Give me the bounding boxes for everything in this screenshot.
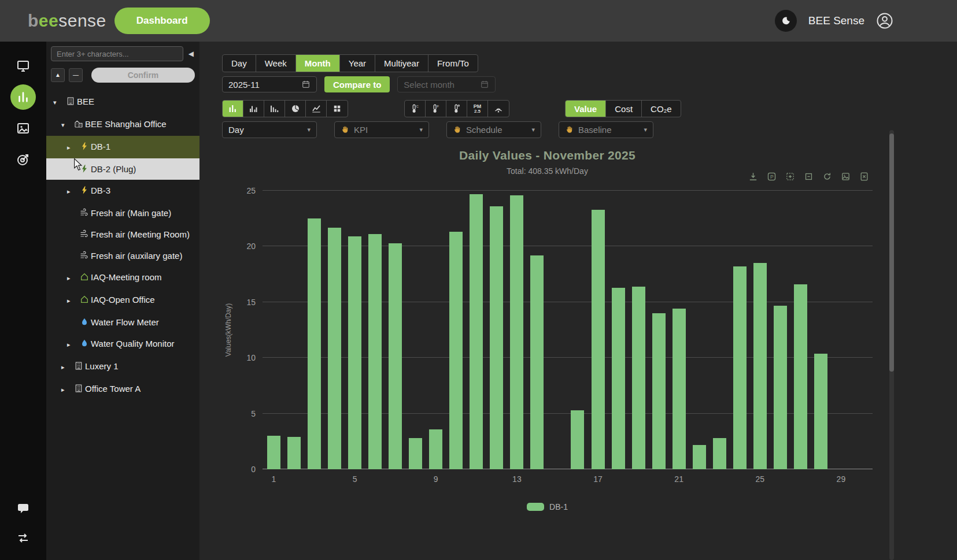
chart-type-grouped-bar-button[interactable]	[243, 101, 264, 117]
bar-day-26[interactable]	[774, 306, 787, 469]
tab-fromto[interactable]: From/To	[428, 55, 478, 72]
bar-day-27[interactable]	[794, 284, 807, 469]
bar-day-16[interactable]	[571, 410, 584, 469]
print-button[interactable]: P	[767, 172, 777, 181]
chevron-right-icon[interactable]: ▸	[67, 184, 77, 198]
rail-images-button[interactable]	[10, 116, 36, 141]
chevron-right-icon[interactable]: ▸	[61, 360, 72, 373]
thermometer-celsius-button[interactable]: C	[405, 101, 426, 117]
chart-legend[interactable]: DB-1	[222, 502, 873, 511]
tab-year[interactable]: Year	[340, 55, 375, 72]
bar-day-18[interactable]	[612, 288, 625, 469]
bar-day-24[interactable]	[733, 266, 747, 469]
tree-item-water-flow-meter[interactable]: Water Flow Meter	[46, 311, 199, 333]
rail-transfer-button[interactable]	[10, 525, 36, 551]
baseline-select[interactable]: Baseline ▾	[559, 121, 653, 138]
tree-item-iaq-meeting-room[interactable]: ▸IAQ-Meeting room	[46, 266, 199, 289]
bar-day-23[interactable]	[713, 438, 726, 469]
bar-day-14[interactable]	[530, 255, 544, 469]
bar-day-2[interactable]	[287, 437, 301, 469]
bar-day-6[interactable]	[368, 234, 382, 469]
reset-zoom-button[interactable]	[804, 172, 814, 181]
tree-item-bee[interactable]: ▾BEE	[46, 91, 199, 113]
chevron-right-icon[interactable]: ▸	[67, 271, 77, 284]
tree-item-fresh-air-main-gate[interactable]: Fresh air (Main gate)	[46, 202, 199, 224]
tree-item-fresh-air-meeting-room[interactable]: Fresh air (Meeting Room)	[46, 224, 199, 245]
tree-item-fresh-air-auxilary-gate[interactable]: Fresh air (auxilary gate)	[46, 245, 199, 266]
theme-toggle-button[interactable]	[775, 10, 797, 32]
chevron-right-icon[interactable]: ▸	[67, 140, 77, 154]
bar-day-19[interactable]	[632, 287, 645, 469]
tree-item-iaq-open-office[interactable]: ▸IAQ-Open Office	[46, 289, 199, 311]
tree-item-db-3[interactable]: ▸DB-3	[46, 180, 199, 202]
tab-month[interactable]: Month	[296, 55, 340, 72]
image-export-button[interactable]	[841, 172, 851, 181]
bar-day-12[interactable]	[490, 206, 503, 469]
bar-day-10[interactable]	[449, 232, 463, 469]
tree-collapse-all-button[interactable]: —	[69, 68, 83, 82]
zoom-selection-button[interactable]	[785, 172, 795, 181]
chart-type-heatmap-button[interactable]	[327, 101, 348, 117]
bar-day-7[interactable]	[389, 243, 402, 469]
thermometer-fahrenheit-button[interactable]: F	[426, 101, 446, 117]
thermometer-button[interactable]	[446, 101, 467, 117]
sidebar-collapse-button[interactable]: ◀	[187, 49, 195, 59]
bar-day-3[interactable]	[308, 218, 321, 469]
bar-day-4[interactable]	[328, 228, 341, 469]
account-button[interactable]	[876, 12, 893, 29]
chevron-down-icon[interactable]: ▾	[53, 95, 64, 109]
chart-type-histogram-button[interactable]	[264, 101, 285, 117]
vertical-scrollbar[interactable]	[889, 130, 894, 560]
tab-day[interactable]: Day	[223, 55, 256, 72]
bar-day-17[interactable]	[592, 210, 605, 469]
bar-day-28[interactable]	[814, 354, 827, 470]
tree-item-db-2-plug[interactable]: DB-2 (Plug)	[46, 158, 199, 180]
compare-month-picker[interactable]: Select month	[397, 76, 496, 92]
tree-scroll-up-button[interactable]: ▲	[51, 68, 65, 82]
bar-day-8[interactable]	[409, 438, 422, 469]
rail-target-button[interactable]	[10, 147, 36, 172]
chart-type-pie-button[interactable]	[285, 101, 306, 117]
confirm-button[interactable]: Confirm	[91, 68, 195, 83]
signal-button[interactable]	[488, 101, 509, 117]
pm25-button[interactable]: PM2.5	[467, 101, 488, 117]
rail-analytics-button[interactable]	[10, 84, 36, 110]
chart-type-line-button[interactable]	[306, 101, 327, 117]
bar-day-20[interactable]	[652, 313, 666, 469]
bar-day-9[interactable]	[429, 429, 442, 469]
tree-item-office-tower-a[interactable]: ▸Office Tower A	[46, 378, 199, 400]
schedule-select[interactable]: Schedule ▾	[446, 121, 541, 138]
excel-export-button[interactable]	[859, 172, 869, 181]
tab-week[interactable]: Week	[256, 55, 296, 72]
chevron-right-icon[interactable]: ▸	[61, 383, 72, 396]
granularity-select[interactable]: Day ▾	[222, 121, 317, 138]
download-button[interactable]	[748, 172, 758, 181]
chevron-down-icon[interactable]: ▾	[61, 118, 72, 131]
tree-item-luxery-1[interactable]: ▸Luxery 1	[46, 355, 199, 378]
bar-day-5[interactable]	[348, 236, 361, 469]
rail-monitor-button[interactable]	[10, 53, 36, 79]
tree-item-db-1[interactable]: ▸DB-1	[46, 136, 199, 158]
refresh-button[interactable]	[822, 172, 832, 181]
bar-day-22[interactable]	[693, 445, 706, 469]
chart-type-bar-button[interactable]	[223, 101, 243, 117]
unit-value-button[interactable]: Value	[566, 101, 606, 117]
bar-day-21[interactable]	[673, 309, 686, 469]
search-input[interactable]	[51, 46, 183, 61]
unit-cost-button[interactable]: Cost	[606, 101, 642, 117]
kpi-select[interactable]: KPI ▾	[334, 121, 429, 138]
month-picker[interactable]: 2025-11	[222, 76, 317, 92]
bar-day-25[interactable]	[753, 263, 767, 469]
chevron-right-icon[interactable]: ▸	[67, 294, 77, 307]
chevron-right-icon[interactable]: ▸	[67, 338, 77, 351]
dashboard-button[interactable]: Dashboard	[114, 8, 210, 34]
scrollbar-thumb[interactable]	[889, 133, 894, 372]
bar-day-13[interactable]	[510, 195, 523, 469]
compare-to-button[interactable]: Compare to	[324, 76, 390, 92]
tab-multiyear[interactable]: Multiyear	[375, 55, 428, 72]
rail-feedback-button[interactable]	[10, 495, 36, 521]
tree-item-water-quality-monitor[interactable]: ▸Water Quality Monitor	[46, 333, 199, 355]
bar-day-11[interactable]	[470, 194, 483, 469]
unit-co2e-button[interactable]: CO₂e	[642, 101, 681, 117]
bar-day-1[interactable]	[267, 436, 280, 469]
